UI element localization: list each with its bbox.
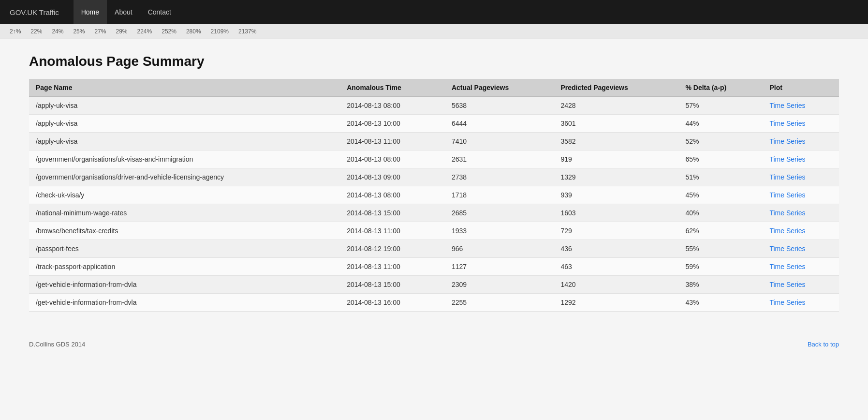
subtitle-item: 22%: [30, 28, 42, 35]
cell-anomalous-time: 2014-08-13 11:00: [340, 258, 445, 276]
cell-delta: 38%: [678, 276, 763, 294]
col-header-anomalous-time: Anomalous Time: [340, 79, 445, 97]
table-row: /check-uk-visa/y2014-08-13 08:0017189394…: [29, 186, 839, 204]
cell-page-name: /apply-uk-visa: [29, 97, 340, 115]
cell-plot[interactable]: Time Series: [763, 222, 839, 240]
cell-page-name: /national-minimum-wage-rates: [29, 204, 340, 222]
cell-delta: 40%: [678, 204, 763, 222]
cell-anomalous-time: 2014-08-13 08:00: [340, 97, 445, 115]
time-series-link[interactable]: Time Series: [769, 209, 805, 217]
nav-contact[interactable]: Contact: [140, 0, 179, 24]
cell-actual-pageviews: 1718: [445, 186, 554, 204]
cell-predicted-pageviews: 2428: [554, 97, 679, 115]
cell-plot[interactable]: Time Series: [763, 186, 839, 204]
cell-plot[interactable]: Time Series: [763, 150, 839, 168]
cell-predicted-pageviews: 1329: [554, 168, 679, 186]
time-series-link[interactable]: Time Series: [769, 245, 805, 253]
subtitle-item: 2137%: [238, 28, 256, 35]
time-series-link[interactable]: Time Series: [769, 299, 805, 306]
cell-page-name: /get-vehicle-information-from-dvla: [29, 276, 340, 294]
nav-about[interactable]: About: [107, 0, 140, 24]
table-row: /government/organisations/uk-visas-and-i…: [29, 150, 839, 168]
cell-anomalous-time: 2014-08-13 11:00: [340, 133, 445, 150]
cell-delta: 52%: [678, 133, 763, 150]
cell-predicted-pageviews: 919: [554, 150, 679, 168]
time-series-link[interactable]: Time Series: [769, 227, 805, 235]
subtitle-item: 2109%: [211, 28, 229, 35]
time-series-link[interactable]: Time Series: [769, 191, 805, 199]
table-row: /national-minimum-wage-rates2014-08-13 1…: [29, 204, 839, 222]
cell-actual-pageviews: 2685: [445, 204, 554, 222]
subtitle-bar: 2↑% 22% 24% 25% 27% 29% 224% 252% 280% 2…: [0, 24, 868, 39]
cell-plot[interactable]: Time Series: [763, 294, 839, 312]
col-header-plot: Plot: [763, 79, 839, 97]
table-row: /apply-uk-visa2014-08-13 11:007410358252…: [29, 133, 839, 150]
cell-delta: 44%: [678, 115, 763, 133]
cell-predicted-pageviews: 729: [554, 222, 679, 240]
page-footer: D.Collins GDS 2014 Back to top: [0, 331, 868, 358]
subtitle-item: 280%: [186, 28, 201, 35]
subtitle-item: 29%: [116, 28, 127, 35]
cell-actual-pageviews: 6444: [445, 115, 554, 133]
cell-plot[interactable]: Time Series: [763, 133, 839, 150]
col-header-page-name: Page Name: [29, 79, 340, 97]
cell-anomalous-time: 2014-08-12 19:00: [340, 240, 445, 258]
cell-delta: 51%: [678, 168, 763, 186]
cell-plot[interactable]: Time Series: [763, 97, 839, 115]
cell-plot[interactable]: Time Series: [763, 240, 839, 258]
cell-plot[interactable]: Time Series: [763, 276, 839, 294]
cell-delta: 65%: [678, 150, 763, 168]
cell-predicted-pageviews: 436: [554, 240, 679, 258]
cell-anomalous-time: 2014-08-13 15:00: [340, 204, 445, 222]
subtitle-item: 224%: [137, 28, 152, 35]
cell-actual-pageviews: 7410: [445, 133, 554, 150]
time-series-link[interactable]: Time Series: [769, 137, 805, 145]
table-header-row: Page Name Anomalous Time Actual Pageview…: [29, 79, 839, 97]
cell-page-name: /track-passport-application: [29, 258, 340, 276]
nav-home[interactable]: Home: [74, 0, 107, 24]
cell-plot[interactable]: Time Series: [763, 168, 839, 186]
nav-links: Home About Contact: [74, 0, 179, 24]
subtitle-item: 2↑%: [10, 28, 21, 35]
time-series-link[interactable]: Time Series: [769, 263, 805, 270]
cell-actual-pageviews: 1127: [445, 258, 554, 276]
copyright-text: D.Collins GDS 2014: [29, 341, 85, 348]
back-to-top-link[interactable]: Back to top: [808, 341, 839, 348]
table-row: /passport-fees2014-08-12 19:0096643655%T…: [29, 240, 839, 258]
cell-plot[interactable]: Time Series: [763, 115, 839, 133]
cell-actual-pageviews: 5638: [445, 97, 554, 115]
cell-anomalous-time: 2014-08-13 10:00: [340, 115, 445, 133]
cell-page-name: /browse/benefits/tax-credits: [29, 222, 340, 240]
cell-plot[interactable]: Time Series: [763, 258, 839, 276]
main-content: Anomalous Page Summary Page Name Anomalo…: [0, 39, 868, 331]
cell-delta: 45%: [678, 186, 763, 204]
cell-delta: 55%: [678, 240, 763, 258]
col-header-predicted-pageviews: Predicted Pageviews: [554, 79, 679, 97]
cell-anomalous-time: 2014-08-13 16:00: [340, 294, 445, 312]
cell-predicted-pageviews: 3601: [554, 115, 679, 133]
page-title: Anomalous Page Summary: [29, 54, 839, 69]
subtitle-item: 252%: [162, 28, 177, 35]
time-series-link[interactable]: Time Series: [769, 120, 805, 127]
cell-plot[interactable]: Time Series: [763, 204, 839, 222]
time-series-link[interactable]: Time Series: [769, 173, 805, 181]
cell-predicted-pageviews: 463: [554, 258, 679, 276]
cell-predicted-pageviews: 939: [554, 186, 679, 204]
cell-page-name: /check-uk-visa/y: [29, 186, 340, 204]
cell-delta: 59%: [678, 258, 763, 276]
time-series-link[interactable]: Time Series: [769, 155, 805, 163]
table-row: /apply-uk-visa2014-08-13 10:006444360144…: [29, 115, 839, 133]
cell-page-name: /get-vehicle-information-from-dvla: [29, 294, 340, 312]
cell-actual-pageviews: 2738: [445, 168, 554, 186]
cell-predicted-pageviews: 3582: [554, 133, 679, 150]
cell-delta: 57%: [678, 97, 763, 115]
cell-delta: 43%: [678, 294, 763, 312]
cell-actual-pageviews: 2255: [445, 294, 554, 312]
cell-page-name: /government/organisations/uk-visas-and-i…: [29, 150, 340, 168]
table-row: /track-passport-application2014-08-13 11…: [29, 258, 839, 276]
time-series-link[interactable]: Time Series: [769, 281, 805, 288]
col-header-actual-pageviews: Actual Pageviews: [445, 79, 554, 97]
cell-actual-pageviews: 966: [445, 240, 554, 258]
cell-actual-pageviews: 1933: [445, 222, 554, 240]
time-series-link[interactable]: Time Series: [769, 102, 805, 109]
